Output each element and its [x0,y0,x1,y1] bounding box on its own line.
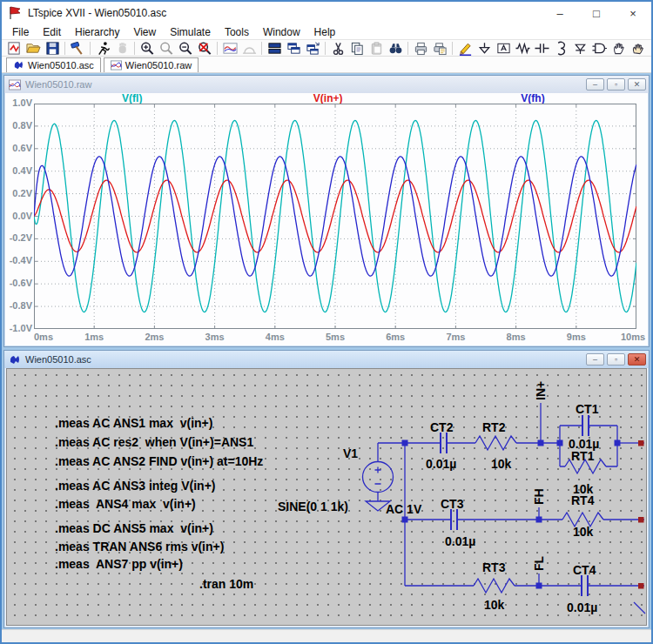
spice-directive[interactable]: .meas TRAN ANS6 rms v(in+) [55,540,224,553]
spice-directive[interactable]: .meas AC ANS1 max v(in+) [55,416,212,430]
zoom-full-extents-icon[interactable] [195,40,214,56]
save-icon[interactable] [43,40,62,56]
component-value[interactable]: 10k [491,457,512,471]
inductor-icon[interactable] [551,40,570,56]
menu-simulate[interactable]: Simulate [163,26,218,38]
component-value[interactable]: 0.01µ [567,600,597,614]
maximize-button[interactable]: □ [578,2,615,24]
diode-icon[interactable] [570,40,589,56]
tile-horizontal-icon[interactable] [265,40,284,56]
spice-directive[interactable]: .meas AC ANS2 FIND v(in+) at=10Hz [55,454,263,468]
zoom-out-icon[interactable] [176,40,195,56]
schematic-window-titlebar[interactable]: Wien05010.asc – ▫ ✕ [4,351,649,368]
resistor-rt2[interactable] [475,436,516,450]
component-value[interactable]: 0.01µ [445,534,475,548]
waveform-window-titlebar[interactable]: Wien05010.raw – ▫ ✕ [4,76,649,93]
capacitor-ct4[interactable] [582,575,588,596]
menu-edit[interactable]: Edit [36,26,68,38]
net-label-fh[interactable]: FH [532,488,546,505]
capacitor-ct1[interactable] [582,415,589,436]
waveform-plot-area[interactable]: V(fl)V(in+)V(fh) 1.0V0.8V0.6V0.4V0.2V0.0… [5,93,648,345]
component-designator[interactable]: RT1 [571,449,595,463]
component-designator[interactable]: CT2 [430,420,454,434]
open-file-icon[interactable] [24,40,43,56]
print-preview-icon[interactable] [430,40,449,56]
capacitor-ct2[interactable] [441,433,447,453]
x-axis-label: 1ms [84,332,104,342]
legend-V(fh)[interactable]: V(fh) [521,92,544,104]
resistor-icon[interactable] [513,40,532,56]
component-value[interactable]: 10k [484,598,505,612]
x-axis-label: 9ms [567,332,586,342]
ground-icon[interactable] [475,40,494,56]
schematic-canvas[interactable]: .meas AC ANS1 max v(in+) .meas AC res2 w… [6,368,647,626]
spice-directive[interactable]: .meas AC ANS3 integ V(in+) [55,479,216,493]
capacitor-icon[interactable] [532,40,551,56]
menu-help[interactable]: Help [307,26,343,38]
wire-icon[interactable] [455,40,475,56]
source-sine-value[interactable]: SINE(0 1 1k) [278,500,348,513]
source-ac-value[interactable]: AC 1V [386,502,422,516]
tran-directive[interactable]: .tran 10m [199,577,253,591]
capacitor-ct3[interactable] [451,509,457,530]
x-axis-label: 3ms [205,332,225,342]
x-axis-label: 8ms [507,332,526,342]
cut-icon[interactable] [328,40,347,56]
component-designator[interactable]: CT1 [576,402,599,416]
copy-icon[interactable] [347,40,367,56]
tab-waveform[interactable]: Wien05010.raw [104,57,199,72]
net-label-fl[interactable]: FL [532,555,546,571]
drag-icon[interactable] [628,40,647,56]
new-schematic-icon[interactable] [4,40,24,56]
menu-file[interactable]: File [5,26,36,38]
child-close-button[interactable]: ✕ [628,78,646,91]
y-axis-label: -0.6V [7,278,32,288]
zoom-in-icon[interactable] [138,40,157,56]
plot-canvas[interactable] [34,104,636,329]
component-value[interactable]: 10k [573,525,594,539]
plot-pane[interactable] [34,104,636,329]
spice-directive[interactable]: .meas DC ANS5 max v(in+) [55,521,213,535]
component-designator[interactable]: RT2 [482,420,506,434]
cascade-icon[interactable] [303,40,322,56]
legend-V(in+)[interactable]: V(in+) [313,92,343,104]
net-label-icon[interactable] [494,40,513,56]
component-value[interactable]: 0.01µ [426,457,456,471]
child-restore-button[interactable]: ▫ [607,353,625,366]
find-icon[interactable] [386,40,405,56]
spice-directive[interactable]: .meas ANS4 max v(in+) [55,497,196,511]
net-label-in-plus[interactable]: IN+ [534,381,548,400]
title-bar[interactable]: LTspice XVII - Wien05010.asc – □ × [2,2,651,24]
menu-view[interactable]: View [126,26,163,38]
move-icon[interactable] [609,40,628,56]
menu-hierarchy[interactable]: Hierarchy [68,26,126,38]
component-designator[interactable]: CT3 [441,497,464,511]
menu-tools[interactable]: Tools [218,26,256,38]
waveform-icon [111,60,122,70]
control-panel-icon[interactable] [68,40,87,56]
resistor-rt3[interactable] [474,579,515,593]
run-icon[interactable] [93,40,112,56]
component-designator[interactable]: CT4 [573,563,596,577]
component-designator[interactable]: V1 [343,446,358,460]
tab-schematic[interactable]: Wien05010.asc [6,57,101,72]
y-axis-label: 0.8V [7,120,32,131]
print-icon[interactable] [411,40,430,56]
child-minimize-button[interactable]: – [586,353,604,366]
component-icon[interactable] [589,40,609,56]
close-button[interactable]: × [615,2,651,24]
y-axis-label: -0.8V [7,300,32,311]
autorange-icon[interactable] [220,40,239,56]
menu-window[interactable]: Window [256,26,307,38]
child-restore-button[interactable]: ▫ [607,78,625,91]
spice-directive[interactable]: .meas AC res2 when V(in+)=ANS1 [55,435,253,449]
child-close-button[interactable]: ✕ [628,353,646,366]
component-designator[interactable]: RT3 [482,560,506,574]
spice-directive[interactable]: .meas ANS7 pp v(in+) [55,557,183,571]
component-designator[interactable]: RT4 [571,493,595,507]
x-axis-label: 4ms [266,332,285,342]
minimize-button[interactable]: – [542,2,578,24]
legend-V(fl)[interactable]: V(fl) [122,92,142,104]
child-minimize-button[interactable]: – [586,78,604,91]
tile-vertical-icon[interactable] [284,40,303,56]
